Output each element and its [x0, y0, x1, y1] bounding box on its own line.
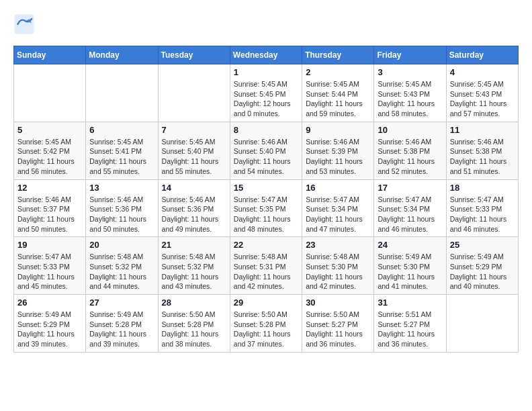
day-number: 19: [17, 240, 82, 250]
weekday-header-row: SundayMondayTuesdayWednesdayThursdayFrid…: [14, 46, 519, 64]
calendar-cell: [446, 295, 518, 353]
day-number: 5: [17, 125, 82, 135]
day-info: Sunrise: 5:48 AMSunset: 5:32 PMDaylight:…: [162, 252, 226, 291]
calendar-cell: 18Sunrise: 5:47 AMSunset: 5:33 PMDayligh…: [446, 179, 518, 237]
calendar-body: 1Sunrise: 5:45 AMSunset: 5:45 PMDaylight…: [14, 64, 519, 353]
calendar-cell: 8Sunrise: 5:46 AMSunset: 5:40 PMDaylight…: [230, 122, 302, 179]
day-info: Sunrise: 5:50 AMSunset: 5:28 PMDaylight:…: [234, 310, 298, 349]
day-info: Sunrise: 5:46 AMSunset: 5:36 PMDaylight:…: [89, 195, 154, 234]
calendar-cell: 1Sunrise: 5:45 AMSunset: 5:45 PMDaylight…: [230, 64, 302, 122]
calendar-table: SundayMondayTuesdayWednesdayThursdayFrid…: [13, 46, 519, 353]
day-number: 13: [89, 183, 154, 193]
page-header: [13, 13, 519, 35]
day-number: 8: [234, 125, 298, 135]
day-number: 26: [17, 298, 82, 308]
day-info: Sunrise: 5:49 AMSunset: 5:29 PMDaylight:…: [450, 252, 515, 291]
calendar-cell: 10Sunrise: 5:46 AMSunset: 5:38 PMDayligh…: [374, 122, 446, 179]
calendar-week-4: 26Sunrise: 5:49 AMSunset: 5:29 PMDayligh…: [14, 295, 519, 353]
day-number: 3: [378, 67, 442, 77]
day-number: 22: [234, 240, 298, 250]
calendar-cell: [86, 64, 158, 122]
day-info: Sunrise: 5:47 AMSunset: 5:34 PMDaylight:…: [306, 195, 370, 234]
calendar-cell: 7Sunrise: 5:45 AMSunset: 5:40 PMDaylight…: [158, 122, 230, 179]
calendar-cell: 17Sunrise: 5:47 AMSunset: 5:34 PMDayligh…: [374, 179, 446, 237]
calendar-cell: 14Sunrise: 5:46 AMSunset: 5:36 PMDayligh…: [158, 179, 230, 237]
day-number: 2: [306, 67, 370, 77]
weekday-monday: Monday: [86, 46, 158, 64]
weekday-thursday: Thursday: [302, 46, 374, 64]
calendar-cell: 24Sunrise: 5:49 AMSunset: 5:30 PMDayligh…: [374, 237, 446, 295]
day-info: Sunrise: 5:48 AMSunset: 5:31 PMDaylight:…: [234, 252, 298, 291]
calendar-cell: 26Sunrise: 5:49 AMSunset: 5:29 PMDayligh…: [14, 295, 86, 353]
calendar-cell: [158, 64, 230, 122]
calendar-cell: 2Sunrise: 5:45 AMSunset: 5:44 PMDaylight…: [302, 64, 374, 122]
day-info: Sunrise: 5:49 AMSunset: 5:28 PMDaylight:…: [89, 310, 154, 349]
day-info: Sunrise: 5:45 AMSunset: 5:43 PMDaylight:…: [378, 79, 442, 119]
day-number: 12: [17, 183, 82, 193]
day-number: 21: [162, 240, 226, 250]
day-number: 17: [378, 183, 442, 193]
day-number: 1: [234, 67, 298, 77]
day-number: 29: [234, 298, 298, 308]
day-info: Sunrise: 5:45 AMSunset: 5:44 PMDaylight:…: [306, 79, 370, 119]
calendar-cell: 31Sunrise: 5:51 AMSunset: 5:27 PMDayligh…: [374, 295, 446, 353]
weekday-saturday: Saturday: [446, 46, 518, 64]
calendar-week-2: 12Sunrise: 5:46 AMSunset: 5:37 PMDayligh…: [14, 179, 519, 237]
day-info: Sunrise: 5:46 AMSunset: 5:38 PMDaylight:…: [450, 137, 515, 177]
weekday-sunday: Sunday: [14, 46, 86, 64]
calendar-header: SundayMondayTuesdayWednesdayThursdayFrid…: [14, 46, 519, 64]
day-info: Sunrise: 5:50 AMSunset: 5:27 PMDaylight:…: [306, 310, 370, 349]
weekday-friday: Friday: [374, 46, 446, 64]
calendar-cell: 5Sunrise: 5:45 AMSunset: 5:42 PMDaylight…: [14, 122, 86, 179]
day-number: 11: [450, 125, 515, 135]
calendar-cell: 27Sunrise: 5:49 AMSunset: 5:28 PMDayligh…: [86, 295, 158, 353]
calendar-cell: 3Sunrise: 5:45 AMSunset: 5:43 PMDaylight…: [374, 64, 446, 122]
calendar-cell: 22Sunrise: 5:48 AMSunset: 5:31 PMDayligh…: [230, 237, 302, 295]
day-number: 6: [89, 125, 154, 135]
weekday-wednesday: Wednesday: [230, 46, 302, 64]
calendar-cell: 29Sunrise: 5:50 AMSunset: 5:28 PMDayligh…: [230, 295, 302, 353]
day-number: 23: [306, 240, 370, 250]
calendar-cell: 19Sunrise: 5:47 AMSunset: 5:33 PMDayligh…: [14, 237, 86, 295]
calendar-cell: 20Sunrise: 5:48 AMSunset: 5:32 PMDayligh…: [86, 237, 158, 295]
day-info: Sunrise: 5:46 AMSunset: 5:39 PMDaylight:…: [306, 137, 370, 177]
day-info: Sunrise: 5:47 AMSunset: 5:33 PMDaylight:…: [17, 252, 82, 291]
day-number: 9: [306, 125, 370, 135]
day-number: 18: [450, 183, 515, 193]
day-number: 30: [306, 298, 370, 308]
calendar-cell: 16Sunrise: 5:47 AMSunset: 5:34 PMDayligh…: [302, 179, 374, 237]
calendar-week-3: 19Sunrise: 5:47 AMSunset: 5:33 PMDayligh…: [14, 237, 519, 295]
day-info: Sunrise: 5:45 AMSunset: 5:40 PMDaylight:…: [162, 137, 226, 177]
day-number: 7: [162, 125, 226, 135]
logo: [13, 13, 38, 35]
calendar-cell: 12Sunrise: 5:46 AMSunset: 5:37 PMDayligh…: [14, 179, 86, 237]
day-info: Sunrise: 5:45 AMSunset: 5:43 PMDaylight:…: [450, 79, 515, 119]
day-info: Sunrise: 5:47 AMSunset: 5:33 PMDaylight:…: [450, 195, 515, 234]
calendar-cell: [14, 64, 86, 122]
day-number: 31: [378, 298, 442, 308]
day-number: 16: [306, 183, 370, 193]
day-info: Sunrise: 5:46 AMSunset: 5:37 PMDaylight:…: [17, 195, 82, 234]
day-number: 28: [162, 298, 226, 308]
day-number: 20: [89, 240, 154, 250]
calendar-cell: 25Sunrise: 5:49 AMSunset: 5:29 PMDayligh…: [446, 237, 518, 295]
day-number: 4: [450, 67, 515, 77]
day-info: Sunrise: 5:47 AMSunset: 5:35 PMDaylight:…: [234, 195, 298, 234]
calendar-cell: 30Sunrise: 5:50 AMSunset: 5:27 PMDayligh…: [302, 295, 374, 353]
weekday-tuesday: Tuesday: [158, 46, 230, 64]
calendar-cell: 6Sunrise: 5:45 AMSunset: 5:41 PMDaylight…: [86, 122, 158, 179]
calendar-week-0: 1Sunrise: 5:45 AMSunset: 5:45 PMDaylight…: [14, 64, 519, 122]
day-info: Sunrise: 5:46 AMSunset: 5:38 PMDaylight:…: [378, 137, 442, 177]
day-info: Sunrise: 5:46 AMSunset: 5:36 PMDaylight:…: [162, 195, 226, 234]
day-info: Sunrise: 5:46 AMSunset: 5:40 PMDaylight:…: [234, 137, 298, 177]
day-number: 24: [378, 240, 442, 250]
calendar-cell: 28Sunrise: 5:50 AMSunset: 5:28 PMDayligh…: [158, 295, 230, 353]
day-info: Sunrise: 5:48 AMSunset: 5:30 PMDaylight:…: [306, 252, 370, 291]
calendar-cell: 13Sunrise: 5:46 AMSunset: 5:36 PMDayligh…: [86, 179, 158, 237]
calendar-cell: 15Sunrise: 5:47 AMSunset: 5:35 PMDayligh…: [230, 179, 302, 237]
day-info: Sunrise: 5:50 AMSunset: 5:28 PMDaylight:…: [162, 310, 226, 349]
calendar-cell: 4Sunrise: 5:45 AMSunset: 5:43 PMDaylight…: [446, 64, 518, 122]
calendar-cell: 11Sunrise: 5:46 AMSunset: 5:38 PMDayligh…: [446, 122, 518, 179]
day-info: Sunrise: 5:45 AMSunset: 5:45 PMDaylight:…: [234, 79, 298, 119]
day-number: 10: [378, 125, 442, 135]
